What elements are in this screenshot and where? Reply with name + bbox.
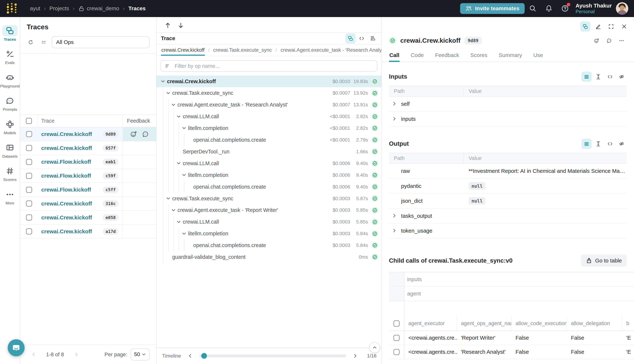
breadcrumb-projects[interactable]: Projects (49, 5, 69, 12)
row-checkbox[interactable] (26, 131, 32, 137)
expand-chevron-icon[interactable] (160, 78, 166, 84)
tab-scores[interactable]: Scores (470, 50, 488, 62)
select-all-checkbox[interactable] (26, 118, 32, 124)
prev-page-button[interactable] (27, 351, 40, 358)
help-button[interactable] (557, 2, 573, 14)
add-emoji-icon[interactable] (130, 131, 137, 138)
column-settings-button[interactable] (39, 38, 49, 47)
tree-row[interactable]: crewai.Task.execute_sync $0.0003 5.87s (156, 193, 381, 204)
tree-row[interactable]: crewai.Agent.execute_task - 'Report Writ… (156, 204, 381, 216)
kv-row[interactable]: inputs (389, 112, 627, 127)
hide-values-button[interactable] (616, 72, 627, 82)
chat-support-button[interactable] (8, 339, 25, 356)
row-checkbox[interactable] (394, 335, 400, 341)
per-page-select[interactable]: 50 (131, 348, 150, 360)
row-checkbox[interactable] (26, 214, 32, 220)
trace-link[interactable]: crewai.Crew.kickoff (41, 214, 92, 221)
go-to-table-button[interactable]: Go to table (581, 254, 627, 267)
expand-rows-button[interactable] (593, 139, 603, 149)
column-header-b[interactable]: b (622, 316, 634, 330)
sidebar-item-models[interactable]: Models (0, 118, 20, 135)
column-header-allow_code_execution[interactable]: allow_code_execution (511, 316, 567, 330)
call-breadcrumb-tab[interactable]: crewai.Agent.execute_task - 'Research An… (280, 44, 381, 56)
expand-chevron-icon[interactable] (165, 195, 171, 202)
column-header-feedback[interactable]: Feedback (123, 115, 156, 127)
trace-link[interactable]: crewai.Flow.kickoff (41, 173, 91, 179)
trace-table-row[interactable]: crewai.Flow.kickoff c5ff (20, 183, 156, 197)
call-id-badge[interactable]: 9d89 (465, 37, 482, 44)
comment-icon[interactable] (142, 131, 149, 138)
tab-use[interactable]: Use (533, 50, 543, 62)
kv-row[interactable]: pydantic null (389, 179, 627, 194)
trace-table-row[interactable]: crewai.Crew.kickoff 9d89 (20, 128, 156, 141)
sidebar-item-prompts[interactable]: Prompts (0, 95, 20, 112)
kv-row[interactable]: raw **Investment Report: AI in Chemical … (389, 164, 627, 179)
code-view-button[interactable] (605, 139, 615, 149)
previous-call-button[interactable] (165, 22, 171, 28)
kv-row[interactable]: token_usage (389, 224, 627, 238)
expand-chevron-icon[interactable] (392, 198, 398, 204)
expand-chevron-icon[interactable] (176, 219, 182, 225)
op-filter-input[interactable] (174, 63, 373, 70)
row-checkbox[interactable] (26, 200, 32, 206)
trace-link[interactable]: crewai.Crew.kickoff (41, 131, 92, 137)
sidebar-item-scorers[interactable]: Scorers (0, 165, 20, 182)
sidebar-item-datasets[interactable]: Datasets (0, 142, 20, 158)
flamegraph-view-button[interactable] (368, 33, 378, 44)
avatar[interactable] (616, 2, 628, 15)
trace-table-row[interactable]: crewai.Flow.kickoff eab1 (20, 155, 156, 169)
column-header-agent_executor[interactable]: agent_executor (404, 316, 457, 330)
row-checkbox[interactable] (26, 187, 32, 193)
comment-button[interactable] (604, 36, 614, 46)
trace-link[interactable]: crewai.Flow.kickoff (41, 186, 91, 193)
tree-row[interactable]: openai.chat.completions.create $0.0003 5… (156, 240, 381, 251)
expand-chevron-icon[interactable] (176, 160, 182, 166)
timeline-slider[interactable] (199, 354, 346, 357)
tab-summary[interactable]: Summary (498, 50, 522, 62)
close-button[interactable] (619, 22, 629, 32)
code-view-button[interactable] (357, 33, 367, 44)
expand-chevron-icon[interactable] (170, 207, 177, 213)
search-button[interactable] (525, 2, 541, 14)
child-table-row[interactable]: <crewai.agents.cre...'Report Writer'Fals… (389, 331, 634, 345)
code-view-button[interactable] (605, 72, 615, 82)
sidebar-item-traces[interactable]: Traces (0, 25, 20, 42)
tab-call[interactable]: Call (389, 50, 400, 62)
expand-chevron-icon[interactable] (392, 228, 398, 234)
expand-chevron-icon[interactable] (392, 116, 398, 122)
expand-chevron-icon[interactable] (392, 101, 398, 107)
wandb-logo-icon[interactable] (6, 2, 18, 14)
tree-view-button[interactable] (346, 33, 356, 44)
tree-row[interactable]: openai.chat.completions.create $0.0006 9… (156, 181, 381, 193)
row-checkbox[interactable] (26, 173, 32, 179)
trace-link[interactable]: crewai.Crew.kickoff (41, 200, 92, 207)
list-view-button[interactable] (581, 139, 592, 149)
edit-button[interactable] (593, 22, 603, 32)
hide-values-button[interactable] (616, 139, 627, 149)
trace-table-row[interactable]: crewai.Crew.kickoff a17d (20, 225, 156, 239)
expand-chevron-icon[interactable] (170, 102, 177, 108)
tree-row[interactable]: crewai.LLM.call $0.0003 5.85s (156, 216, 381, 228)
sidebar-item-playground[interactable]: Playground (0, 72, 20, 88)
select-all-checkbox[interactable] (394, 320, 400, 326)
trace-table-row[interactable]: crewai.Crew.kickoff 316c (20, 197, 156, 211)
fullscreen-button[interactable] (606, 22, 616, 32)
tree-row[interactable]: crewai.Crew.kickoff $0.0010 19.83s (156, 76, 381, 87)
ops-filter-select[interactable]: All Ops (52, 36, 150, 48)
child-table-row[interactable]: <crewai.agents.cre...'Research Analyst'F… (389, 345, 634, 359)
expand-chevron-icon[interactable] (176, 113, 182, 120)
breadcrumb-entity[interactable]: ayut (30, 5, 40, 12)
collapse-timeline-button[interactable] (369, 342, 380, 353)
tree-row[interactable]: crewai.Agent.execute_task - 'Research An… (156, 99, 381, 111)
sidebar-item-more[interactable]: More (0, 189, 20, 205)
tree-row[interactable]: crewai.LLM.call <$0.0001 2.82s (156, 111, 381, 122)
trace-table-row[interactable]: crewai.Crew.kickoff e058 (20, 211, 156, 225)
trace-link[interactable]: crewai.Flow.kickoff (41, 159, 91, 165)
column-header-agent_ops_agent_nan[interactable]: agent_ops_agent_nan (457, 316, 512, 330)
expand-chevron-icon[interactable] (392, 213, 398, 219)
expand-chevron-icon[interactable] (392, 183, 398, 189)
column-header-allow_delegation[interactable]: allow_delegation (567, 316, 622, 330)
tree-row[interactable]: litellm.completion $0.0006 9.40s (156, 169, 381, 181)
expand-chevron-icon[interactable] (181, 125, 187, 132)
tree-row[interactable]: crewai.LLM.call $0.0006 9.40s (156, 158, 381, 169)
